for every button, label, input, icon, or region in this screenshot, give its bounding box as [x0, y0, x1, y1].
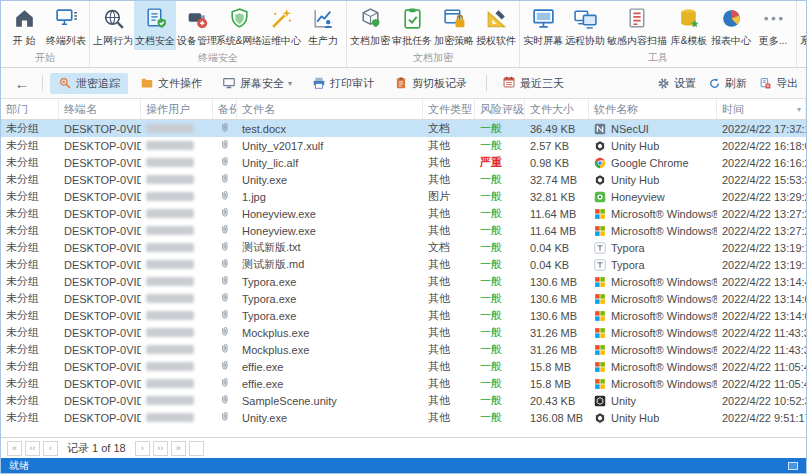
ribbon-item-more[interactable]: 更多... — [752, 1, 794, 50]
cell-dept-text: 未分组 — [6, 410, 39, 425]
ribbon-item-remote-assist[interactable]: 远程协助 — [564, 1, 606, 50]
tab-clipboard-record[interactable]: 剪切板记录 — [386, 73, 475, 94]
ribbon-item-report-center[interactable]: 报表中心 — [710, 1, 752, 50]
ribbon-item-ops-center[interactable]: 运维中心 — [260, 1, 302, 50]
ribbon-item-label: 开 始 — [13, 34, 36, 48]
cell-type: 文档 — [423, 120, 475, 137]
ribbon-item-device-manage[interactable]: 设备管理 — [176, 1, 218, 50]
table-row[interactable]: 未分组DESKTOP-0VIDMDJeffie.exe其他一般15.8 MBMi… — [1, 358, 806, 375]
refresh-button[interactable]: 刷新 — [708, 76, 747, 91]
column-header-operator[interactable]: 操作用户 — [141, 99, 213, 119]
column-header-risk[interactable]: 风险评级 — [475, 99, 525, 119]
tab-screen-security[interactable]: 屏幕安全▾ — [214, 73, 300, 94]
column-header-app[interactable]: 软件名称 — [589, 99, 717, 119]
ribbon-item-library-template[interactable]: 库&模板 — [668, 1, 710, 50]
ribbon-group-4: 系统设置关 于其他 — [797, 1, 807, 67]
ribbon-item-authorized-software[interactable]: 授权软件 — [475, 1, 517, 50]
table-row[interactable]: 未分组DESKTOP-0VIDMDJUnity.exe其他一般32.74 MBU… — [1, 171, 806, 188]
cell-risk: 一般 — [475, 205, 525, 222]
ribbon-item-productivity[interactable]: 生产力 — [302, 1, 344, 50]
prev-page-button[interactable]: ‹‹ — [25, 441, 40, 456]
column-header-backup[interactable]: 备份 — [213, 99, 237, 119]
cell-backup — [213, 290, 237, 307]
ribbon-item-web-behavior[interactable]: 上网行为 — [92, 1, 134, 50]
ribbon-item-label: 加密策略 — [434, 34, 474, 48]
tab-leak-trace[interactable]: 泄密追踪 — [50, 73, 128, 94]
cell-time: 2022/4/22 11:43:38 — [717, 324, 806, 341]
row-more-button[interactable]: ... — [791, 123, 803, 135]
column-header-terminal[interactable]: 终端名 — [59, 99, 141, 119]
tab-file-ops[interactable]: 文件操作 — [132, 73, 210, 94]
column-filter-icon[interactable]: ▾ — [797, 105, 801, 114]
ribbon-item-sensitive-scan[interactable]: 敏感内容扫描 — [606, 1, 668, 50]
first-page-button[interactable]: « — [7, 441, 22, 456]
ops-center-icon — [269, 6, 294, 31]
next-record-button[interactable]: › — [135, 441, 150, 456]
table-row[interactable]: 未分组DESKTOP-0VIDMDJUnity_lic.alf其他严重0.98 … — [1, 154, 806, 171]
export-button[interactable]: 导出 — [759, 76, 798, 91]
ribbon-item-encrypt-policy[interactable]: 加密策略 — [433, 1, 475, 50]
cell-terminal-text: DESKTOP-0VIDMDJ — [64, 225, 141, 237]
table-row[interactable]: 未分组DESKTOP-0VIDMDJHoneyview.exe其他一般11.64… — [1, 222, 806, 239]
ribbon-item-approval-task[interactable]: 审批任务 — [391, 1, 433, 50]
mswin-icon — [594, 361, 606, 373]
cell-app: Microsoft® Windows® Oper... — [589, 273, 717, 290]
cell-filesize-text: 130.6 MB — [530, 310, 577, 322]
cell-backup — [213, 256, 237, 273]
table-row[interactable]: 未分组DESKTOP-0VIDMDJ1.jpg图片一般32.81 KBHoney… — [1, 188, 806, 205]
unityhub-icon — [594, 174, 606, 186]
table-row[interactable]: 未分组DESKTOP-0VIDMDJHoneyview.exe其他一般11.64… — [1, 205, 806, 222]
table-row[interactable]: 未分组DESKTOP-0VIDMDJMockplus.exe其他一般31.26 … — [1, 324, 806, 341]
column-header-time[interactable]: 时间▾ — [717, 99, 806, 119]
ribbon-item-terminal-list[interactable]: 终端列表 — [45, 1, 87, 50]
table-row[interactable]: 未分组DESKTOP-0VIDMDJ测试新版.txt文档一般0.04 KBTyp… — [1, 239, 806, 256]
cell-time: 2022/4/22 13:14:44 — [717, 273, 806, 290]
table-row[interactable]: 未分组DESKTOP-0VIDMDJTypora.exe其他一般130.6 MB… — [1, 273, 806, 290]
ribbon-item-system-settings[interactable]: 系统设置 — [799, 1, 807, 50]
cell-software: Microsoft® Windows® Oper... — [594, 276, 717, 288]
cell-dept-text: 未分组 — [6, 223, 39, 238]
paperclip-icon — [218, 376, 231, 389]
date-range-button[interactable]: 最近三天 — [494, 72, 572, 94]
column-header-size[interactable]: 文件大小 — [525, 99, 589, 119]
table-row[interactable]: 未分组DESKTOP-0VIDMDJSampleScene.unity其他一般2… — [1, 392, 806, 409]
tab-print-audit[interactable]: 打印审计 — [304, 73, 382, 94]
table-row[interactable]: 未分组DESKTOP-0VIDMDJ测试新版.md其他一般0.04 KBTypo… — [1, 256, 806, 273]
prev-record-button[interactable]: ‹ — [43, 441, 58, 456]
ribbon-item-doc-encrypt[interactable]: 文档加密 — [349, 1, 391, 50]
table-row[interactable]: 未分组DESKTOP-0VIDMDJTypora.exe其他一般130.6 MB… — [1, 307, 806, 324]
ribbon-item-home[interactable]: 开 始 — [3, 1, 45, 50]
cell-backup — [213, 358, 237, 375]
column-header-dept[interactable]: 部门 — [1, 99, 59, 119]
leak-trace-icon — [58, 76, 72, 90]
table-row[interactable]: 未分组DESKTOP-0VIDMDJeffie.exe其他一般15.8 MBMi… — [1, 375, 806, 392]
table-row[interactable]: 未分组DESKTOP-0VIDMDJTypora.exe其他一般130.6 MB… — [1, 290, 806, 307]
cell-software-text: Unity Hub — [611, 174, 659, 186]
table-row[interactable]: 未分组DESKTOP-0VIDMDJUnity_v2017.xulf其他一般2.… — [1, 137, 806, 154]
gear-button[interactable]: 设置 — [657, 76, 696, 91]
back-button[interactable]: ← — [9, 72, 35, 94]
ribbon-item-doc-security[interactable]: 文档安全 — [134, 1, 176, 50]
table-row[interactable]: 未分组DESKTOP-0VIDMDJUnity.exe其他一般136.08 MB… — [1, 409, 806, 426]
cell-software: Unity Hub — [594, 174, 659, 186]
chrome-icon — [594, 157, 606, 169]
cell-terminal-text: DESKTOP-0VIDMDJ — [64, 259, 141, 271]
cell-software: Unity Hub — [594, 412, 659, 424]
table-row[interactable]: 未分组DESKTOP-0VIDMDJMockplus.exe其他一般31.26 … — [1, 341, 806, 358]
cell-backup — [213, 307, 237, 324]
column-header-file[interactable]: 文件名 — [237, 99, 423, 119]
cell-operator-redacted — [146, 277, 194, 286]
table-row[interactable]: 未分组DESKTOP-0VIDMDJtest.docx文档一般36.49 KBN… — [1, 120, 806, 137]
cell-software-text: Microsoft® Windows® Oper... — [611, 378, 717, 390]
cell-filetype-text: 图片 — [428, 189, 450, 204]
ribbon-item-realtime-screen[interactable]: 实时屏幕 — [522, 1, 564, 50]
pager-extra-button[interactable] — [189, 441, 204, 456]
last-page-button[interactable]: » — [171, 441, 186, 456]
cell-terminal: DESKTOP-0VIDMDJ — [59, 137, 141, 154]
cell-risk: 一般 — [475, 188, 525, 205]
next-page-button[interactable]: ›› — [153, 441, 168, 456]
cell-time: 2022/4/22 17:37:18... — [717, 120, 806, 137]
cell-software-text: Microsoft® Windows® Oper... — [611, 293, 717, 305]
ribbon-item-system-network[interactable]: 系统&网络 — [218, 1, 260, 50]
column-header-type[interactable]: 文件类型 — [423, 99, 475, 119]
